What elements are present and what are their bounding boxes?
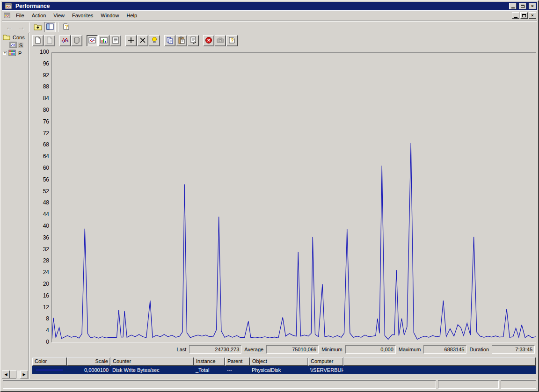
toolbar-separator [29, 22, 30, 32]
child-close-button[interactable]: × [529, 12, 536, 19]
legend-counter-row[interactable]: 0,0000100Disk Write Bytes/sec_Total---Ph… [32, 366, 536, 374]
scroll-right-button[interactable]: ▶ [20, 370, 28, 378]
delete-counter-button[interactable] [137, 35, 148, 46]
view-report-button[interactable] [110, 35, 121, 46]
child-minimize-button[interactable] [512, 12, 519, 19]
counter-line-series [52, 143, 536, 340]
y-tick-label: 48 [30, 200, 49, 206]
legend-header-color[interactable]: Color [32, 357, 67, 366]
view-graph-icon [88, 36, 96, 45]
legend-header-row: ColorScaleCounterInstanceParentObjectCom… [32, 357, 536, 366]
tree-item-s[interactable]: S [2, 41, 29, 49]
menu-favorites[interactable]: Favorites [68, 11, 97, 20]
chart-plot-area [51, 52, 536, 342]
child-restore-button[interactable] [520, 12, 528, 19]
y-tick-label: 80 [30, 107, 49, 113]
forward-button: → [16, 22, 27, 32]
legend-header-counter[interactable]: Counter [110, 357, 194, 366]
properties-button[interactable] [188, 35, 199, 46]
svg-text:?: ? [231, 37, 234, 43]
y-tick-label: 52 [30, 189, 49, 195]
y-tick-label: 64 [30, 153, 49, 160]
freeze-display-icon [205, 36, 212, 45]
back-button: ← [4, 22, 15, 32]
new-counter-set-icon [34, 36, 42, 45]
close-button[interactable]: × [529, 3, 536, 9]
update-data-button [215, 35, 226, 46]
add-counters-button[interactable] [125, 35, 137, 46]
view-report-icon [112, 36, 119, 45]
y-tick-label: 56 [30, 177, 49, 183]
help-button[interactable]: ? [226, 35, 238, 46]
y-tick-label: 92 [30, 73, 49, 79]
view-log-data-button[interactable] [71, 35, 82, 46]
menu-window[interactable]: Window [97, 11, 123, 20]
system-monitor-toolbar: ? [32, 35, 238, 47]
titlebar: Performance × [2, 2, 537, 10]
menu-file[interactable]: File [12, 11, 28, 20]
status-pane-1 [3, 380, 436, 389]
y-tick-label: 84 [30, 95, 49, 102]
stat-label-minimum: Minimum [321, 347, 342, 352]
new-counter-set-button[interactable] [32, 35, 44, 46]
view-current-activity-button[interactable] [59, 35, 71, 46]
menubar: FileActionViewFavoritesWindowHelp × [2, 10, 537, 21]
system-monitor-panel: ? 10096928884807672686460565248444036322… [30, 33, 537, 379]
svg-text:?: ? [65, 24, 68, 29]
menu-action[interactable]: Action [28, 11, 50, 20]
copy-properties-button[interactable] [164, 35, 175, 46]
restore-button[interactable] [519, 3, 526, 9]
menu: FileActionViewFavoritesWindowHelp [12, 11, 141, 20]
menu-help[interactable]: Help [123, 11, 141, 20]
legend-header-instance[interactable]: Instance [194, 357, 225, 366]
scrollbar-thumb[interactable] [10, 370, 16, 378]
stat-label-last: Last [177, 347, 187, 352]
view-histogram-button[interactable] [98, 35, 109, 46]
instance: _Total [194, 367, 225, 373]
freeze-display-button[interactable] [203, 35, 214, 46]
performance-window: Performance × FileActionViewFavoritesWin… [0, 0, 539, 392]
legend-header-scale[interactable]: Scale [67, 357, 110, 366]
tree-horizontal-scrollbar[interactable]: ◀ ▶ [2, 370, 28, 378]
app-icon [5, 2, 12, 10]
counter: Disk Write Bytes/sec [110, 367, 194, 373]
copy-properties-icon [166, 36, 174, 45]
expand-icon[interactable]: + [3, 51, 7, 55]
stat-label-average: Average [244, 347, 263, 352]
y-tick-label: 72 [30, 131, 49, 137]
y-axis-ticks: 1009692888480767268646056524844403632282… [30, 49, 49, 345]
up-folder-icon [34, 23, 42, 31]
paste-counter-list-button[interactable] [176, 35, 187, 46]
stat-value-last: 24730,273 [189, 345, 241, 354]
help-button[interactable]: ? [61, 22, 72, 32]
y-tick-label: 16 [30, 293, 49, 299]
window-title: Performance [15, 3, 507, 9]
clear-display-button [44, 35, 55, 46]
tree-item-p[interactable]: +P [2, 49, 29, 57]
y-tick-label: 20 [30, 281, 49, 287]
y-tick-label: 36 [30, 235, 49, 241]
view-histogram-icon [100, 36, 108, 45]
view-current-activity-icon [61, 36, 69, 45]
legend-header-parent[interactable]: Parent [225, 357, 250, 366]
scroll-left-button[interactable]: ◀ [2, 370, 10, 378]
y-tick-label: 28 [30, 258, 49, 264]
show-hide-console-tree-button[interactable] [44, 22, 56, 32]
y-tick-label: 32 [30, 247, 49, 253]
delete-counter-icon [139, 36, 146, 45]
legend-header-computer[interactable]: Computer [308, 357, 343, 366]
view-graph-button[interactable] [87, 35, 98, 46]
folder-icon [3, 34, 10, 41]
y-tick-label: 96 [30, 61, 49, 67]
highlight-button[interactable] [149, 35, 160, 46]
y-tick-label: 40 [30, 223, 49, 229]
legend-header-object[interactable]: Object [250, 357, 308, 366]
tree-item-cons[interactable]: Cons [2, 33, 29, 41]
menu-view[interactable]: View [50, 11, 68, 20]
minimize-button[interactable] [509, 3, 517, 9]
object: PhysicalDisk [250, 367, 308, 373]
y-tick-label: 0 [30, 339, 49, 345]
y-tick-label: 88 [30, 84, 49, 90]
up-one-level-button[interactable] [32, 22, 44, 32]
y-tick-label: 24 [30, 269, 49, 276]
